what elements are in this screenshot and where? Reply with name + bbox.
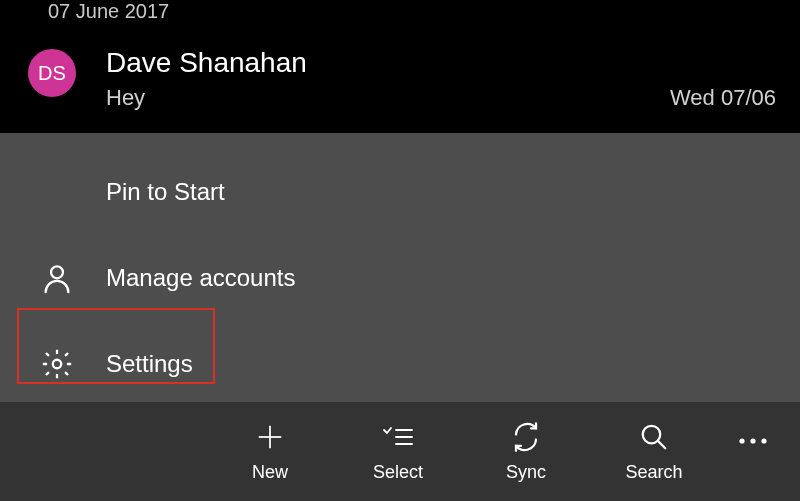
search-button[interactable]: Search <box>590 402 718 501</box>
sync-icon <box>509 420 543 454</box>
svg-point-1 <box>53 360 62 369</box>
svg-point-12 <box>761 438 766 443</box>
message-sender: Dave Shanahan <box>106 47 307 79</box>
select-button[interactable]: Select <box>334 402 462 501</box>
menu-settings[interactable]: Settings <box>0 321 800 407</box>
plus-icon <box>253 420 287 454</box>
date-header: 07 June 2017 <box>0 0 800 33</box>
svg-point-0 <box>51 266 63 278</box>
bar-label: Sync <box>506 462 546 483</box>
menu-manage-accounts[interactable]: Manage accounts <box>0 235 800 321</box>
sync-button[interactable]: Sync <box>462 402 590 501</box>
more-button[interactable] <box>718 402 788 501</box>
message-body: Dave Shanahan Hey Wed 07/06 <box>106 47 776 111</box>
person-icon <box>36 257 78 299</box>
svg-point-11 <box>750 438 755 443</box>
menu-label: Settings <box>106 350 193 378</box>
message-date: Wed 07/06 <box>670 85 776 111</box>
message-subject: Hey <box>106 85 145 111</box>
new-button[interactable]: New <box>206 402 334 501</box>
bar-label: New <box>252 462 288 483</box>
svg-line-9 <box>658 441 666 449</box>
select-icon <box>381 420 415 454</box>
search-icon <box>637 420 671 454</box>
menu-label: Manage accounts <box>106 264 295 292</box>
bar-label: Select <box>373 462 423 483</box>
more-icon <box>737 436 769 446</box>
gear-icon <box>36 343 78 385</box>
menu-pin-to-start[interactable]: Pin to Start <box>0 149 800 235</box>
message-row[interactable]: DS Dave Shanahan Hey Wed 07/06 <box>0 33 800 133</box>
bottom-bar: New Select Sync <box>0 402 800 501</box>
context-menu: Pin to Start [data-name="pin-icon"] svg … <box>0 133 800 402</box>
svg-point-10 <box>739 438 744 443</box>
menu-label: Pin to Start <box>106 178 225 206</box>
avatar: DS <box>28 49 76 97</box>
bar-label: Search <box>625 462 682 483</box>
pin-icon <box>36 171 78 213</box>
